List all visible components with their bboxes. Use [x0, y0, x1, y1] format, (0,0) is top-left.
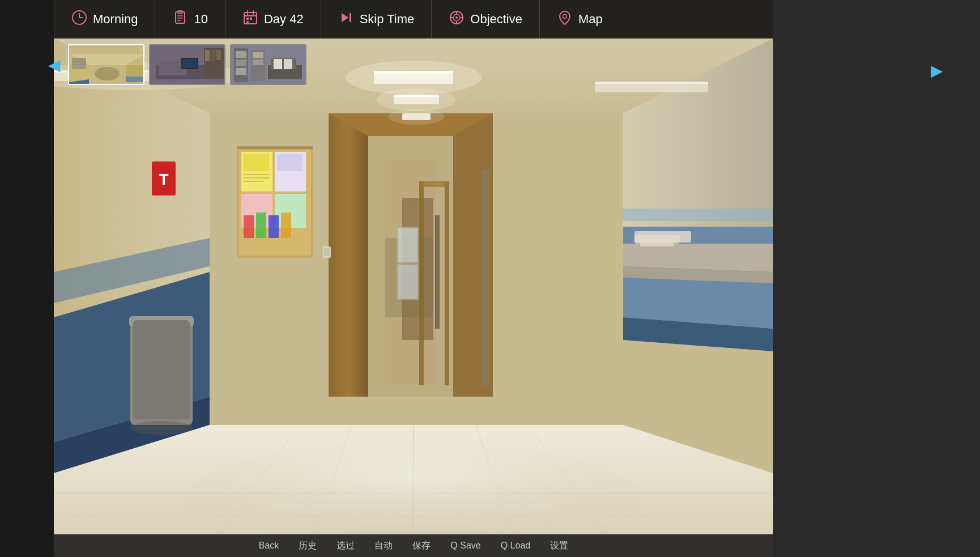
map-pin-icon	[557, 10, 573, 29]
bottom-btn-back[interactable]: Back	[259, 541, 279, 551]
thumbnail-3[interactable]	[230, 44, 306, 85]
bottom-bar: Back历史选过自动保存Q SaveQ Load设置	[54, 534, 773, 557]
svg-rect-42	[595, 82, 708, 84]
svg-point-37	[388, 109, 445, 125]
calendar-icon	[242, 10, 258, 29]
day-display: Day 42	[225, 0, 321, 38]
day-label: Day 42	[264, 12, 304, 27]
svg-rect-77	[398, 228, 417, 262]
svg-rect-93	[246, 21, 249, 23]
svg-rect-92	[250, 18, 252, 20]
svg-marker-19	[329, 113, 368, 397]
svg-rect-137	[274, 59, 282, 69]
bottom-btn-qsave[interactable]: Q Save	[450, 541, 480, 551]
svg-text:T: T	[159, 171, 168, 188]
svg-rect-91	[246, 18, 249, 20]
clock-icon	[71, 10, 87, 29]
svg-rect-74	[435, 215, 440, 329]
skip-time-label: Skip Time	[360, 12, 415, 27]
map-button[interactable]: Map	[540, 0, 620, 38]
svg-rect-62	[244, 215, 254, 238]
bottom-btn-qload[interactable]: Q Load	[501, 541, 530, 551]
svg-rect-121	[182, 59, 197, 68]
score-display: 10	[155, 0, 225, 38]
svg-rect-71	[634, 231, 691, 243]
thumb-right-arrow[interactable]: ▶	[928, 44, 946, 97]
time-label: Morning	[93, 12, 138, 27]
skip-icon	[338, 10, 354, 29]
svg-point-35	[377, 88, 456, 111]
map-label: Map	[578, 12, 603, 27]
svg-rect-95	[350, 13, 351, 22]
svg-point-98	[455, 16, 458, 19]
svg-marker-94	[342, 13, 348, 22]
svg-marker-109	[126, 76, 144, 82]
svg-rect-131	[236, 68, 246, 75]
clipboard-icon	[172, 10, 188, 29]
svg-rect-133	[253, 52, 263, 58]
svg-rect-130	[236, 59, 246, 66]
svg-rect-28	[419, 181, 449, 187]
time-display[interactable]: Morning	[54, 0, 155, 38]
svg-rect-125	[216, 50, 221, 60]
thumbnail-strip: ◀	[45, 44, 306, 85]
svg-point-114	[95, 67, 120, 80]
svg-rect-47	[133, 320, 190, 419]
score-value: 10	[194, 12, 207, 27]
svg-marker-44	[623, 209, 773, 221]
svg-rect-58	[277, 154, 302, 171]
svg-rect-124	[211, 50, 215, 61]
svg-rect-57	[244, 154, 269, 171]
bottom-btn-selected[interactable]: 选过	[336, 540, 355, 552]
objective-button[interactable]: Objective	[432, 0, 540, 38]
svg-rect-65	[281, 212, 291, 238]
skip-time-button[interactable]: Skip Time	[321, 0, 432, 38]
thumb-left-arrow[interactable]: ◀	[45, 53, 63, 77]
svg-point-103	[563, 14, 567, 18]
svg-rect-66	[237, 146, 313, 149]
svg-rect-27	[445, 181, 449, 385]
right-panel	[773, 0, 980, 557]
svg-rect-134	[253, 59, 263, 65]
bottom-btn-save[interactable]: 保存	[412, 540, 431, 552]
bottom-btn-history[interactable]: 历史	[299, 540, 317, 552]
thumbnail-1[interactable]	[68, 44, 144, 85]
svg-rect-29	[482, 170, 490, 385]
svg-rect-138	[284, 59, 292, 69]
svg-rect-129	[236, 51, 246, 58]
svg-rect-63	[256, 212, 266, 238]
target-icon	[449, 10, 465, 29]
bottom-btn-settings[interactable]: 设置	[550, 540, 568, 552]
svg-rect-73	[324, 248, 330, 256]
svg-rect-64	[269, 215, 279, 238]
thumbnail-2[interactable]	[149, 44, 225, 85]
svg-marker-107	[126, 65, 144, 76]
svg-rect-111	[72, 58, 86, 69]
bottom-btn-auto[interactable]: 自动	[374, 540, 393, 552]
svg-point-48	[130, 421, 193, 435]
svg-rect-123	[205, 50, 210, 61]
objective-label: Objective	[470, 12, 522, 27]
top-bar: Morning 10 Day 42	[54, 0, 773, 39]
svg-rect-78	[398, 265, 417, 299]
